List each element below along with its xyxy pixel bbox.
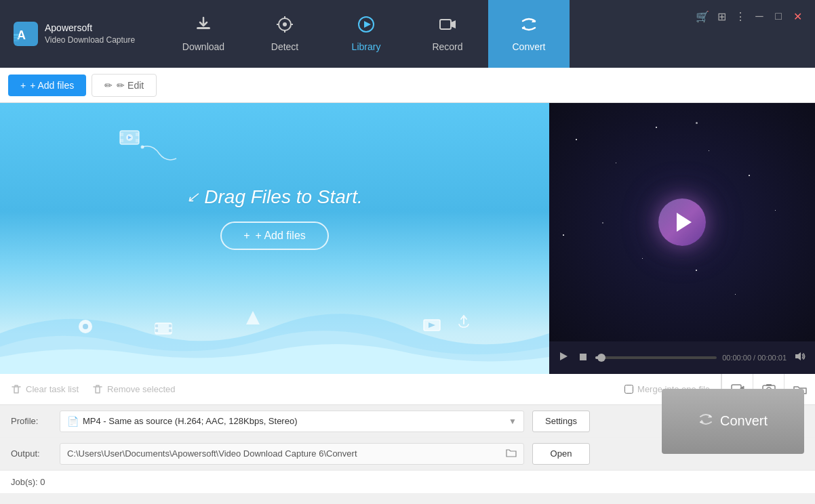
tab-convert-label: Convert [512,41,545,52]
app-name: Apowersoft Video Download Capture [45,22,135,46]
svg-point-7 [283,22,287,26]
wave-container [0,293,549,374]
profile-row: Profile: 📄 MP4 - Same as source (H.264; … [0,405,815,438]
jobs-bar: Job(s): 0 [0,470,815,493]
svg-rect-30 [169,324,172,327]
arrow-deco [139,144,180,167]
plus-center-icon: + [243,230,250,242]
grid-icon[interactable]: ⊞ [715,9,728,23]
tab-library-label: Library [352,41,381,52]
record-icon [439,16,456,37]
convert-btn-icon [698,412,713,430]
wave-icon-4 [423,316,441,337]
add-files-label: + Add files [30,80,74,91]
add-files-button[interactable]: + + Add files [8,75,86,96]
svg-rect-14 [440,20,451,29]
tab-detect[interactable]: Detect [244,0,325,68]
svg-rect-19 [120,133,123,136]
drop-zone[interactable]: ↙ Drag Files to Start. + + Add files [0,103,549,374]
svg-marker-37 [795,352,801,360]
play-pause-button[interactable] [556,349,571,366]
settings-button[interactable]: Settings [532,411,590,432]
output-row: Output: C:\Users\User\Documents\Apowerso… [0,438,815,470]
tab-record[interactable]: Record [407,0,488,68]
tab-convert[interactable]: Convert [488,0,570,68]
svg-marker-13 [364,21,371,28]
svg-rect-32 [169,329,172,332]
video-controls: 00:00:00 / 00:00:01 [549,341,815,374]
detect-icon [276,16,294,37]
tab-download[interactable]: Download [163,0,244,68]
window-controls: 🛒 ⊞ ⋮ ─ □ ✕ [685,9,815,23]
cart-icon[interactable]: 🛒 [696,9,709,23]
time-display: 00:00:00 / 00:00:01 [722,354,787,362]
more-icon[interactable]: ⋮ [734,9,747,23]
video-panel: 00:00:00 / 00:00:01 [549,103,815,374]
wave-icon-5 [456,314,471,332]
add-files-center-label: + Add files [256,230,306,242]
toolbar: + + Add files ✏ ✏ Edit [0,68,815,103]
maximize-button[interactable]: □ [772,9,785,23]
output-path-display: C:\Users\User\Documents\Apowersoft\Video… [60,443,524,465]
edit-label: ✏ Edit [117,80,144,91]
profile-value: MP4 - Same as source (H.264; AAC, 128Kbp… [83,416,297,426]
profile-file-icon: 📄 [67,416,79,427]
convert-btn-label: Convert [720,413,768,429]
plus-icon: + [20,80,26,91]
browse-folder-icon[interactable] [506,448,517,459]
progress-dot [597,354,605,362]
svg-rect-3 [14,37,19,39]
profile-label: Profile: [11,416,52,426]
wave-icon-2 [155,320,172,340]
main-content: ↙ Drag Files to Start. + + Add files [0,103,815,374]
close-button[interactable]: ✕ [791,9,804,23]
edit-button[interactable]: ✏ ✏ Edit [92,74,157,97]
svg-marker-15 [451,20,456,28]
svg-rect-29 [155,324,158,327]
drop-content: ↙ Drag Files to Start. + + Add files [186,186,362,250]
download-icon [195,16,212,37]
volume-button[interactable] [792,349,808,366]
output-path-text: C:\Users\User\Documents\Apowersoft\Video… [67,448,357,459]
convert-icon [520,16,538,37]
output-label: Output: [11,448,52,459]
svg-marker-33 [246,311,260,324]
tab-detect-label: Detect [271,41,298,52]
svg-rect-20 [136,133,139,136]
profile-select[interactable]: 📄 MP4 - Same as source (H.264; AAC, 128K… [60,411,524,432]
clear-task-label: Clear task list [26,384,79,394]
drag-text: ↙ Drag Files to Start. [186,186,362,208]
clear-task-button[interactable]: Clear task list [11,384,79,395]
drag-text-label: Drag Files to Start. [204,186,362,208]
library-icon [357,16,375,37]
svg-marker-44 [700,420,704,423]
svg-rect-22 [136,139,139,142]
svg-rect-4 [14,39,19,41]
svg-rect-36 [580,354,587,360]
svg-rect-42 [766,384,772,386]
svg-rect-21 [120,139,123,142]
tab-download-label: Download [182,41,224,52]
open-button[interactable]: Open [532,443,590,465]
remove-selected-label: Remove selected [107,384,175,394]
stop-button[interactable] [576,349,590,366]
svg-rect-2 [14,34,19,36]
video-preview [549,103,815,341]
play-button-large[interactable] [658,198,706,246]
film-deco-icon [119,127,140,151]
tab-library[interactable]: Library [325,0,407,68]
title-bar: A Apowersoft Video Download Capture Down… [0,0,815,68]
tab-record-label: Record [432,41,462,52]
wave-icon-3 [246,311,260,330]
minimize-button[interactable]: ─ [753,9,766,23]
profile-dropdown-arrow: ▼ [509,417,517,426]
app-logo-icon: A [14,22,38,46]
merge-checkbox[interactable] [624,385,633,394]
wave-icon-1 [78,319,93,337]
progress-bar[interactable] [595,356,717,359]
svg-marker-35 [560,352,568,360]
edit-icon: ✏ [104,80,113,91]
remove-selected-button[interactable]: Remove selected [92,384,175,395]
svg-rect-5 [197,27,210,29]
add-files-center-button[interactable]: + + Add files [220,222,329,250]
